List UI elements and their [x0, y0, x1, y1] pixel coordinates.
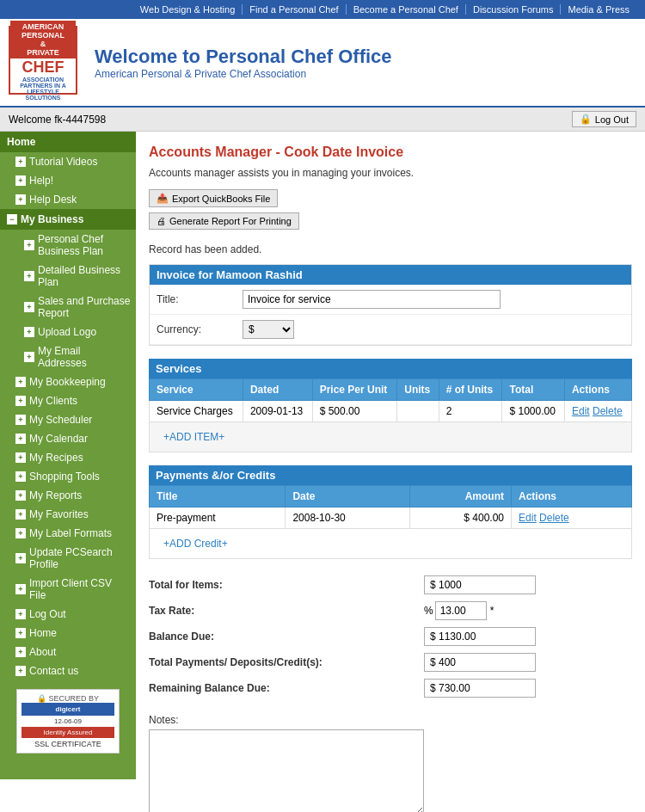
title-label: Title: [157, 293, 243, 305]
sidebar-item-help[interactable]: + Help! [0, 171, 136, 190]
sidebar-tutorial-label: Tutorial Videos [29, 156, 97, 168]
remaining-balance-row: Remaining Balance Due: [149, 675, 632, 701]
payment-amount: $ 400.00 [410, 508, 512, 529]
balance-due-row: Balance Due: [149, 624, 632, 649]
generate-report-button[interactable]: 🖨 Generate Report For Printing [149, 212, 299, 230]
header-title-block: Welcome to Personal Chef Office American… [95, 46, 392, 80]
sidebar-item-upload-logo[interactable]: + Upload Logo [0, 323, 136, 341]
sidebar-item-business-plan[interactable]: + Personal Chef Business Plan [0, 230, 136, 261]
sidebar-item-pcsearch[interactable]: + Update PCSearch Profile [0, 543, 136, 574]
sidebar-item-clients[interactable]: + My Clients [0, 391, 136, 410]
col-dated: Dated [243, 379, 312, 401]
sidebar-item-bookkeeping[interactable]: + My Bookkeeping [0, 372, 136, 391]
plus-icon: + [15, 584, 26, 594]
total-items-value[interactable] [424, 575, 536, 594]
col-payment-actions: Actions [512, 486, 632, 508]
notes-textarea[interactable] [149, 729, 424, 812]
sidebar-item-home2[interactable]: + Home [0, 624, 136, 643]
plus-icon: + [15, 396, 26, 406]
total-payments-value[interactable] [424, 653, 536, 672]
logout-button[interactable]: 🔒 Log Out [572, 111, 636, 127]
notes-label: Notes: [149, 714, 632, 726]
sidebar-item-import-csv[interactable]: + Import Client CSV File [0, 574, 136, 605]
generate-label: Generate Report For Printing [169, 216, 292, 226]
totals-section: Total for Items: Tax Rate: % * Balance D… [149, 572, 632, 701]
sidebar-item-about[interactable]: + About [0, 643, 136, 661]
sidebar-item-shopping[interactable]: + Shopping Tools [0, 467, 136, 486]
sidebar: Home + Tutorial Videos + Help! + Help De… [0, 132, 136, 779]
service-name: Service Charges [150, 401, 243, 422]
sidebar-item-email-addresses[interactable]: + My Email Addresses [0, 341, 136, 372]
sidebar-item-logout[interactable]: + Log Out [0, 605, 136, 624]
sidebar-item-contact[interactable]: + Contact us [0, 661, 136, 680]
plus-icon: + [15, 609, 26, 619]
remaining-balance-value[interactable] [424, 679, 536, 698]
invoice-header: Invoice for Mamoon Rashid [150, 265, 631, 285]
col-price-per-unit: Price Per Unit [312, 379, 397, 401]
sidebar-item-tutorial-videos[interactable]: + Tutorial Videos [0, 152, 136, 171]
invoice-section: Invoice for Mamoon Rashid Title: Currenc… [149, 264, 632, 346]
sidebar-item-label-formats[interactable]: + My Label Formats [0, 524, 136, 543]
sidebar-favorites-label: My Favorites [29, 508, 89, 520]
main-layout: Home + Tutorial Videos + Help! + Help De… [0, 132, 645, 812]
payments-header: Payments &/or Credits [149, 465, 632, 485]
sidebar-item-reports[interactable]: + My Reports [0, 486, 136, 505]
page-description: Accounts manager assists you in managing… [149, 167, 632, 179]
welcome-text: Welcome fk-4447598 [9, 114, 106, 126]
edit-service-link[interactable]: Edit [572, 405, 590, 417]
tax-rate-input[interactable] [435, 601, 487, 620]
nav-media-press[interactable]: Media & Press [561, 4, 636, 15]
sidebar-email-label: My Email Addresses [38, 345, 131, 369]
sidebar-item-scheduler[interactable]: + My Scheduler [0, 410, 136, 429]
nav-find-chef[interactable]: Find a Personal Chef [243, 4, 346, 15]
invoice-currency-row: Currency: $ € £ [150, 315, 631, 345]
add-item-link[interactable]: +ADD ITEM+ [157, 427, 231, 447]
sidebar-item-helpdesk[interactable]: + Help Desk [0, 190, 136, 209]
sidebar-item-recipes[interactable]: + My Recipes [0, 448, 136, 467]
export-quickbooks-button[interactable]: 📤 Export QuickBooks File [149, 189, 278, 207]
sidebar-importcsv-label: Import Client CSV File [29, 577, 131, 601]
plus-icon: + [15, 175, 26, 186]
sidebar-item-favorites[interactable]: + My Favorites [0, 505, 136, 524]
plus-icon: + [15, 647, 26, 657]
sidebar-item-detailed-plan[interactable]: + Detailed Business Plan [0, 261, 136, 292]
site-subtitle: American Personal & Private Chef Associa… [95, 68, 392, 80]
digicert-security-seal: 🔒 SECURED BY digicert 12-06-09 Identity … [16, 689, 120, 754]
title-input[interactable] [243, 290, 501, 309]
currency-select[interactable]: $ € £ [243, 320, 294, 339]
services-header: Services [149, 359, 632, 378]
sidebar-item-my-business[interactable]: − My Business [0, 209, 136, 230]
plus-icon: + [24, 302, 34, 312]
sidebar-item-home[interactable]: Home [0, 132, 136, 152]
delete-service-link[interactable]: Delete [593, 405, 623, 417]
delete-payment-link[interactable]: Delete [539, 512, 569, 524]
sidebar-item-calendar[interactable]: + My Calendar [0, 429, 136, 448]
sidebar-about-label: About [29, 646, 56, 658]
sidebar-shopping-label: Shopping Tools [29, 471, 100, 483]
col-units: Units [397, 379, 439, 401]
add-credit-link[interactable]: +ADD Credit+ [157, 533, 235, 554]
currency-label: Currency: [157, 323, 243, 335]
sidebar-detailed-label: Detailed Business Plan [38, 264, 131, 288]
logo-sub-text: ASSOCIATIONPARTNERS IN ALIFESTYLE SOLUTI… [10, 77, 76, 101]
sidebar-clients-label: My Clients [29, 395, 77, 407]
balance-due-value[interactable] [424, 627, 536, 646]
services-table: Service Dated Price Per Unit Units # of … [149, 378, 632, 452]
service-dated: 2009-01-13 [243, 401, 312, 422]
remaining-balance-label: Remaining Balance Due: [149, 682, 424, 694]
nav-web-design[interactable]: Web Design & Hosting [133, 4, 243, 15]
sidebar-item-sales-report[interactable]: + Sales and Purchase Report [0, 292, 136, 323]
sidebar-reports-label: My Reports [29, 489, 82, 501]
plus-icon: + [24, 271, 34, 281]
nav-forums[interactable]: Discussion Forums [466, 4, 562, 15]
total-items-row: Total for Items: [149, 572, 632, 598]
edit-payment-link[interactable]: Edit [519, 512, 537, 524]
col-payment-date: Date [286, 486, 410, 508]
service-price: $ 500.00 [312, 401, 397, 422]
tax-percent-symbol: % [424, 605, 433, 617]
nav-become-chef[interactable]: Become a Personal Chef [347, 4, 466, 15]
plus-icon: + [15, 490, 26, 501]
digicert-date: 12-06-09 [22, 717, 114, 725]
sidebar-help-label: Help! [29, 175, 53, 187]
invoice-title-row: Title: [150, 285, 631, 315]
